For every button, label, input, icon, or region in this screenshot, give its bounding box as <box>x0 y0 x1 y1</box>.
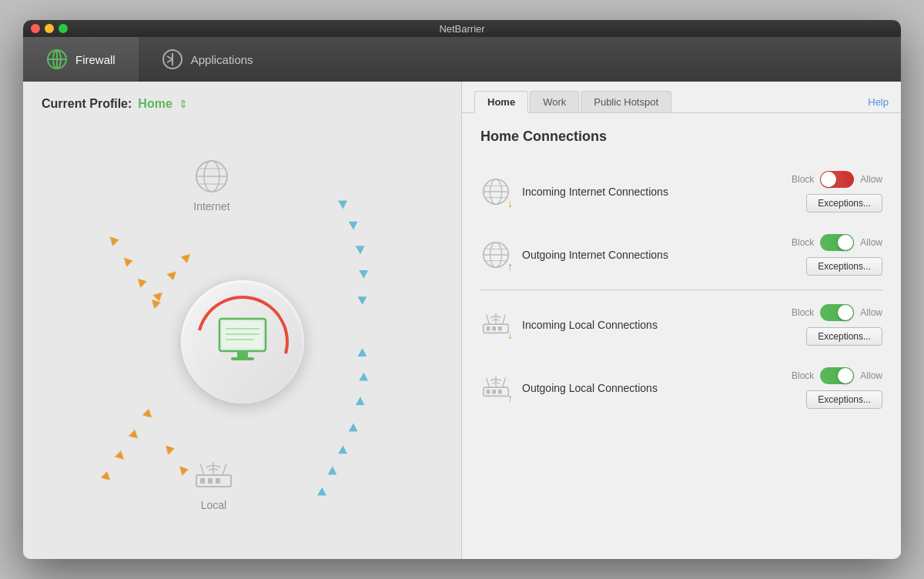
svg-line-49 <box>200 464 204 475</box>
svg-marker-8 <box>101 471 113 484</box>
svg-rect-48 <box>216 478 220 484</box>
toggle-knob <box>838 235 853 250</box>
outgoing-internet-exceptions-button[interactable]: Exceptions... <box>806 257 882 276</box>
toolbar-tab-firewall[interactable]: Firewall <box>23 37 139 82</box>
svg-rect-64 <box>492 326 496 331</box>
outgoing-internet-toggle-row: Block Allow <box>792 234 882 251</box>
incoming-local-name: Incoming Local Connections <box>522 319 658 331</box>
svg-marker-29 <box>176 464 189 476</box>
section-title: Home Connections <box>480 129 882 145</box>
app-window: NetBarrier Firewall Applications <box>23 20 901 559</box>
svg-marker-32 <box>181 251 193 263</box>
svg-line-68 <box>503 315 506 324</box>
svg-marker-20 <box>357 296 367 305</box>
svg-rect-39 <box>223 322 263 348</box>
connection-row-incoming-local: ↓ Incoming Local Connections Block Allow <box>480 293 882 356</box>
outgoing-local-name: Outgoing Local Connections <box>522 382 658 394</box>
incoming-internet-info: Incoming Internet Connections <box>522 185 781 199</box>
svg-marker-28 <box>162 443 175 455</box>
svg-marker-11 <box>142 409 155 421</box>
incoming-local-icon: ↓ <box>480 310 511 340</box>
svg-line-66 <box>487 315 490 324</box>
internet-globe-icon <box>192 157 231 196</box>
connection-row-incoming-internet: ↓ Incoming Internet Connections Block Al… <box>480 160 882 223</box>
internet-label: Internet <box>193 200 229 213</box>
svg-line-7 <box>167 59 172 62</box>
incoming-local-allow-label: Allow <box>860 307 882 318</box>
help-link[interactable]: Help <box>868 96 889 108</box>
profile-label: Current Profile: <box>42 97 132 111</box>
outgoing-local-toggle[interactable] <box>820 367 854 384</box>
main-content: Current Profile: Home ⇕ <box>23 82 901 559</box>
tab-public-hotspot[interactable]: Public Hotspot <box>581 91 671 112</box>
firewall-icon <box>46 49 68 70</box>
outgoing-internet-allow-label: Allow <box>860 237 882 248</box>
svg-marker-27 <box>317 487 326 496</box>
traffic-lights <box>31 24 68 33</box>
globe-incoming-icon <box>480 176 511 208</box>
outgoing-local-controls: Block Allow Exceptions... <box>792 367 882 409</box>
tabs-bar: Home Work Public Hotspot Help <box>462 82 901 113</box>
svg-marker-13 <box>120 255 132 267</box>
svg-rect-40 <box>237 351 248 357</box>
outgoing-internet-toggle[interactable] <box>820 234 854 251</box>
center-circle[interactable] <box>181 280 304 403</box>
svg-rect-65 <box>498 326 502 331</box>
svg-marker-31 <box>167 268 179 280</box>
incoming-internet-allow-label: Allow <box>860 174 882 185</box>
maximize-button[interactable] <box>59 24 68 33</box>
svg-rect-63 <box>487 326 490 331</box>
svg-marker-14 <box>135 276 147 288</box>
outgoing-local-icon: ↑ <box>480 373 511 403</box>
svg-marker-16 <box>338 201 347 209</box>
connection-row-outgoing-local: ↑ Outgoing Local Connections Block Allow <box>480 356 882 420</box>
outgoing-local-allow-label: Allow <box>860 370 882 381</box>
svg-line-51 <box>223 464 226 475</box>
svg-marker-18 <box>356 246 365 254</box>
incoming-internet-toggle[interactable] <box>820 171 854 188</box>
connection-row-outgoing-internet: ↑ Outgoing Internet Connections Block Al… <box>480 223 882 286</box>
section-divider <box>480 290 882 290</box>
incoming-local-toggle-row: Block Allow <box>792 304 882 321</box>
outgoing-internet-block-label: Block <box>792 237 814 248</box>
svg-rect-70 <box>487 390 490 394</box>
svg-marker-25 <box>338 446 347 454</box>
local-node: Local <box>192 460 235 511</box>
toggle-knob <box>821 172 836 187</box>
svg-marker-23 <box>356 397 365 405</box>
minimize-button[interactable] <box>45 24 54 33</box>
svg-line-75 <box>503 378 506 387</box>
toolbar-tab-applications[interactable]: Applications <box>139 37 276 82</box>
incoming-internet-toggle-row: Block Allow <box>792 171 882 188</box>
svg-marker-10 <box>129 430 141 442</box>
incoming-local-info: Incoming Local Connections <box>522 318 781 332</box>
incoming-internet-controls: Block Allow Exceptions... <box>792 171 882 213</box>
right-panel: Home Work Public Hotspot Help Home Conne… <box>462 82 901 559</box>
tab-work[interactable]: Work <box>530 91 579 112</box>
svg-marker-15 <box>149 296 161 309</box>
profile-value[interactable]: Home <box>138 97 172 111</box>
center-circle-inner <box>192 292 293 392</box>
svg-marker-26 <box>328 467 337 475</box>
outgoing-internet-info: Outgoing Internet Connections <box>522 248 781 262</box>
monitor-icon <box>212 315 273 369</box>
incoming-internet-exceptions-button[interactable]: Exceptions... <box>806 194 882 213</box>
outgoing-local-toggle-row: Block Allow <box>792 367 882 384</box>
router-icon <box>192 460 235 494</box>
svg-rect-71 <box>492 390 496 394</box>
svg-marker-17 <box>349 222 358 230</box>
svg-marker-21 <box>357 348 367 356</box>
outgoing-internet-name: Outgoing Internet Connections <box>522 249 668 261</box>
router-incoming-icon <box>480 310 511 340</box>
svg-rect-47 <box>208 478 213 484</box>
close-button[interactable] <box>31 24 40 33</box>
outgoing-local-exceptions-button[interactable]: Exceptions... <box>806 390 882 409</box>
local-label: Local <box>201 499 226 511</box>
profile-chevron-icon[interactable]: ⇕ <box>179 98 188 110</box>
titlebar: NetBarrier <box>23 20 901 37</box>
tab-home[interactable]: Home <box>474 91 528 113</box>
svg-marker-9 <box>115 450 127 463</box>
incoming-local-toggle[interactable] <box>820 304 854 321</box>
incoming-local-exceptions-button[interactable]: Exceptions... <box>806 327 882 346</box>
network-diagram: Internet <box>23 119 461 550</box>
